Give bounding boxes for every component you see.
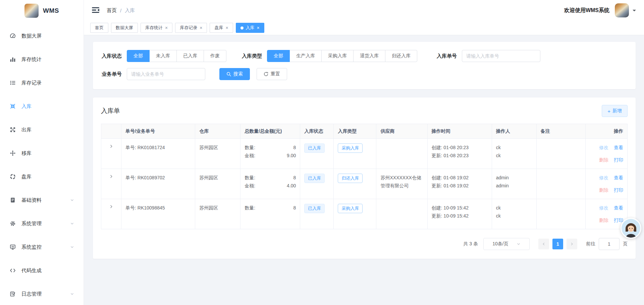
view-link[interactable]: 查看 <box>614 174 623 182</box>
reset-button[interactable]: 重置 <box>257 68 287 80</box>
business-no-input[interactable] <box>127 68 205 80</box>
sidebar-toggle-button[interactable] <box>91 6 100 15</box>
page-size-value: 10条/页 <box>492 241 508 247</box>
view-link[interactable]: 查看 <box>614 143 623 151</box>
sidebar-item-base-data[interactable]: 基础资料 <box>0 188 84 212</box>
log-icon <box>9 291 16 297</box>
type-production-button[interactable]: 生产入库 <box>289 50 322 62</box>
status-not-in-button[interactable]: 未入库 <box>149 50 177 62</box>
status-filter-label: 入库状态 <box>102 53 122 59</box>
edit-link[interactable]: 修改 <box>599 204 608 212</box>
sidebar-item-stock-stats[interactable]: 库存统计 <box>0 48 84 71</box>
page-size-select[interactable]: 10条/页 <box>483 238 530 250</box>
table-row: 单号: RK10098845 苏州园区 数量:8 已入库 采购入库 创建: 10… <box>101 199 628 229</box>
sidebar-item-move[interactable]: 移库 <box>0 141 84 165</box>
type-giveback-button[interactable]: 归还入库 <box>385 50 417 62</box>
supplier-value: 苏州XXXXXXX仓储管理有限公司 <box>376 169 427 199</box>
close-icon[interactable] <box>225 25 228 30</box>
tab-home[interactable]: 首页 <box>90 23 108 33</box>
close-icon[interactable] <box>257 25 260 30</box>
col-expand <box>101 124 121 139</box>
type-purchase-button[interactable]: 采购入库 <box>321 50 354 62</box>
close-icon[interactable] <box>165 25 168 30</box>
status-void-button[interactable]: 作废 <box>204 50 226 62</box>
add-button[interactable]: 新增 <box>602 105 628 117</box>
sidebar-item-label: 系统监控 <box>21 244 42 250</box>
sidebar-item-stock-records[interactable]: 库存记录 <box>0 71 84 95</box>
assistant-avatar[interactable] <box>621 218 641 239</box>
tab-stock-stats[interactable]: 库存统计 <box>141 23 172 33</box>
view-link[interactable]: 查看 <box>614 204 623 212</box>
panel-header: 入库单 新增 <box>101 105 628 117</box>
row-expand-button[interactable] <box>108 143 114 150</box>
operator-updated: ck <box>496 151 532 160</box>
operator-created: ck <box>496 143 532 151</box>
qty-value: 8 <box>293 204 296 212</box>
logo: WMS <box>0 0 84 21</box>
active-dot-icon <box>240 26 244 29</box>
status-in-button[interactable]: 已入库 <box>176 50 204 62</box>
bar-chart-icon <box>9 56 16 63</box>
tab-inbound[interactable]: 入库 <box>236 23 264 33</box>
user-menu-caret-icon[interactable] <box>633 10 636 13</box>
next-page-button[interactable] <box>567 239 577 249</box>
updated-label: 更新: <box>432 153 442 158</box>
status-all-button[interactable]: 全部 <box>127 50 150 62</box>
row-expand-button[interactable] <box>108 204 114 210</box>
app-title: WMS <box>43 7 59 14</box>
table-row: 单号: RK01089702 苏州园区 数量:8 金额:4.00 已入库 归还入… <box>101 169 628 199</box>
breadcrumb-home[interactable]: 首页 <box>107 7 117 14</box>
chevron-down-icon <box>70 222 74 226</box>
goto-page-input[interactable] <box>599 238 620 250</box>
sidebar-item-system-monitor[interactable]: 系统监控 <box>0 235 84 259</box>
sidebar-item-system-management[interactable]: 系统管理 <box>0 212 84 235</box>
sidebar-item-outbound[interactable]: 出库 <box>0 118 84 141</box>
edit-link[interactable]: 修改 <box>599 143 608 151</box>
order-no-prefix: 单号: <box>125 175 136 180</box>
code-icon <box>9 267 16 274</box>
filter-row-2: 业务单号 搜索 重置 <box>102 68 627 80</box>
monitor-icon <box>9 244 16 250</box>
logo-image <box>24 4 39 18</box>
page-unit-label: 页 <box>623 241 628 247</box>
prev-page-button[interactable] <box>538 239 549 249</box>
sidebar-item-code-gen[interactable]: 代码生成 <box>0 259 84 282</box>
chevron-down-icon <box>70 245 74 249</box>
base-data-icon <box>9 197 16 203</box>
close-icon[interactable] <box>200 25 202 30</box>
row-expand-button[interactable] <box>108 174 114 180</box>
dashboard-icon <box>9 33 16 39</box>
order-no-input[interactable] <box>462 50 540 62</box>
search-button[interactable]: 搜索 <box>219 68 250 80</box>
tab-stock-records[interactable]: 库存记录 <box>175 23 207 33</box>
status-badge: 已入库 <box>304 174 325 183</box>
delete-link[interactable]: 删除 <box>599 186 608 194</box>
gear-icon <box>9 220 16 227</box>
remark-cell <box>536 199 585 229</box>
print-link[interactable]: 打印 <box>614 156 623 164</box>
sidebar-item-label: 库存统计 <box>21 56 42 63</box>
tab-label: 数据大屏 <box>116 25 133 31</box>
sidebar-item-data-screen[interactable]: 数据大屏 <box>0 24 84 48</box>
created-label: 创建: <box>432 145 442 150</box>
delete-link[interactable]: 删除 <box>599 156 608 164</box>
sidebar-item-label: 盘库 <box>21 174 32 180</box>
delete-link[interactable]: 删除 <box>599 216 608 224</box>
operator-created: ck <box>496 204 532 212</box>
move-icon <box>9 150 16 157</box>
sidebar-item-log-management[interactable]: 日志管理 <box>0 282 84 305</box>
goto-label: 前往 <box>586 241 595 247</box>
type-all-button[interactable]: 全部 <box>267 50 290 62</box>
sidebar-item-stocktake[interactable]: 盘库 <box>0 165 84 188</box>
print-link[interactable]: 打印 <box>614 186 623 194</box>
edit-link[interactable]: 修改 <box>599 174 608 182</box>
tab-stocktake[interactable]: 盘库 <box>210 23 233 33</box>
order-no-value: RK01089702 <box>138 175 165 180</box>
updated-value: 01-08 20:23 <box>443 153 469 158</box>
tab-data-screen[interactable]: 数据大屏 <box>111 23 138 33</box>
user-avatar[interactable] <box>615 3 629 17</box>
page-1-button[interactable]: 1 <box>552 239 563 249</box>
type-return-button[interactable]: 退货入库 <box>353 50 385 62</box>
outbound-icon <box>9 126 16 133</box>
sidebar-item-inbound[interactable]: 入库 <box>0 95 84 118</box>
